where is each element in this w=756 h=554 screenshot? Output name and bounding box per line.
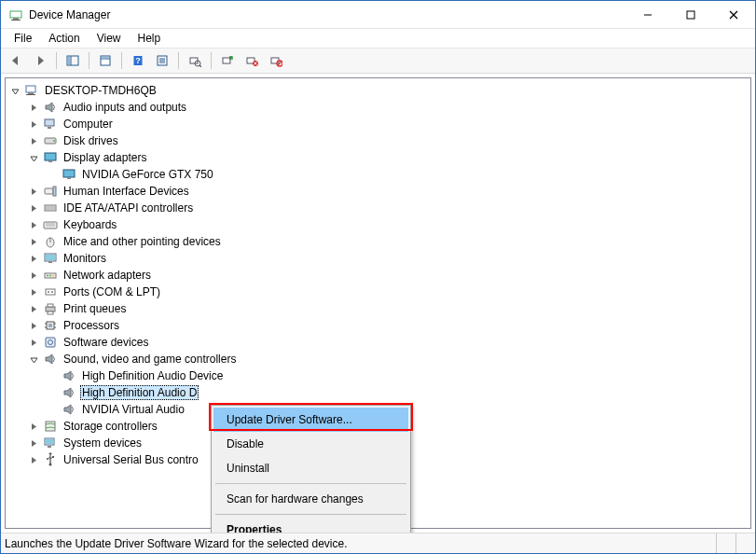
tree-device-label: NVIDIA Virtual Audio xyxy=(80,402,186,417)
speaker-icon xyxy=(43,100,58,115)
svg-rect-74 xyxy=(46,439,53,444)
tree-device[interactable]: High Definition Audio Device xyxy=(45,367,749,384)
statusbar-text: Launches the Update Driver Software Wiza… xyxy=(5,537,716,550)
chevron-right-icon[interactable] xyxy=(28,286,39,298)
chevron-right-icon[interactable] xyxy=(28,253,39,264)
chevron-right-icon[interactable] xyxy=(28,320,39,331)
tree-category[interactable]: Disk drives xyxy=(26,132,749,149)
svg-rect-30 xyxy=(26,86,35,92)
tree-device-label: NVIDIA GeForce GTX 750 xyxy=(80,167,215,182)
tree-category-label: Processors xyxy=(62,318,121,333)
menu-view[interactable]: View xyxy=(89,30,129,47)
help-button[interactable]: ? xyxy=(127,50,149,71)
context-menu-item[interactable]: Scan for hardware changes xyxy=(213,487,408,511)
computer-icon xyxy=(43,117,58,132)
svg-point-57 xyxy=(52,275,54,277)
chevron-right-icon[interactable] xyxy=(28,337,39,348)
ide-icon xyxy=(43,201,58,215)
chevron-right-icon[interactable] xyxy=(28,118,39,130)
tree-root-node[interactable]: DESKTOP-TMDH6QB xyxy=(7,82,749,99)
tree-category-label: Keyboards xyxy=(62,217,118,232)
printer-icon xyxy=(43,301,58,316)
context-menu-item[interactable]: Uninstall xyxy=(213,456,408,480)
maximize-button[interactable] xyxy=(669,1,712,28)
chevron-right-icon[interactable] xyxy=(28,202,39,214)
tree-device[interactable]: High Definition Audio D xyxy=(45,384,749,401)
speaker-icon xyxy=(43,352,58,367)
svg-point-77 xyxy=(47,458,48,460)
minimize-button[interactable] xyxy=(626,1,669,28)
tree-category-label: Mice and other pointing devices xyxy=(62,234,223,249)
svg-rect-70 xyxy=(46,338,55,347)
chevron-right-icon[interactable] xyxy=(28,454,39,465)
tree-category[interactable]: Sound, video and game controllers xyxy=(26,351,749,367)
update-driver-button[interactable] xyxy=(216,50,239,71)
back-button[interactable] xyxy=(5,50,27,71)
tree-root-label: DESKTOP-TMDH6QB xyxy=(43,83,158,98)
svg-point-56 xyxy=(49,275,51,277)
port-icon xyxy=(43,284,58,299)
chevron-right-icon[interactable] xyxy=(28,219,39,230)
computer-icon xyxy=(24,83,39,98)
tree-category[interactable]: Keyboards xyxy=(26,216,749,233)
chevron-right-icon[interactable] xyxy=(28,303,39,314)
svg-rect-58 xyxy=(46,289,55,295)
titlebar: Device Manager xyxy=(1,1,755,29)
tree-category[interactable]: Display adapters xyxy=(26,149,749,166)
close-button[interactable] xyxy=(712,1,755,28)
context-menu-item[interactable]: Update Driver Software... xyxy=(213,408,408,432)
tree-category[interactable]: Monitors xyxy=(26,250,749,267)
chevron-right-icon[interactable] xyxy=(28,421,39,432)
tree-category[interactable]: Print queues xyxy=(26,300,749,317)
svg-rect-33 xyxy=(45,119,54,126)
tree-category-label: Software devices xyxy=(62,335,150,350)
svg-rect-61 xyxy=(46,307,55,312)
show-hide-tree-button[interactable] xyxy=(62,50,84,71)
tree-category-label: Storage controllers xyxy=(62,419,159,434)
cpu-icon xyxy=(43,318,58,333)
disable-button[interactable] xyxy=(265,50,287,71)
action-button[interactable] xyxy=(151,50,173,71)
tree-category[interactable]: Ports (COM & LPT) xyxy=(26,284,749,300)
tree-category[interactable]: Processors xyxy=(26,317,749,334)
tree-category[interactable]: IDE ATA/ATAPI controllers xyxy=(26,200,749,216)
svg-point-76 xyxy=(49,464,52,466)
window-title: Device Manager xyxy=(29,8,110,21)
chevron-down-icon[interactable] xyxy=(28,152,39,163)
speaker-icon xyxy=(62,385,76,400)
svg-rect-4 xyxy=(687,11,694,19)
tree-category-label: Audio inputs and outputs xyxy=(62,100,188,115)
chevron-right-icon[interactable] xyxy=(28,270,39,281)
context-menu-separator xyxy=(215,514,406,515)
context-menu-item[interactable]: Properties xyxy=(213,518,408,533)
svg-rect-42 xyxy=(53,187,56,196)
svg-rect-1 xyxy=(13,18,19,20)
tree-category[interactable]: Computer xyxy=(26,116,749,132)
scan-hardware-button[interactable] xyxy=(184,50,206,71)
forward-button[interactable] xyxy=(29,50,51,71)
chevron-right-icon[interactable] xyxy=(28,102,39,113)
svg-rect-2 xyxy=(11,20,21,21)
properties-button[interactable] xyxy=(94,50,117,71)
tree-category-label: Monitors xyxy=(62,251,108,266)
chevron-down-icon[interactable] xyxy=(28,353,39,365)
chevron-down-icon[interactable] xyxy=(9,85,21,96)
tree-category[interactable]: Network adapters xyxy=(26,267,749,284)
tree-category[interactable]: Audio inputs and outputs xyxy=(26,99,749,116)
context-menu-item[interactable]: Disable xyxy=(213,432,408,456)
svg-line-21 xyxy=(199,65,201,67)
chevron-right-icon[interactable] xyxy=(28,236,39,247)
menu-help[interactable]: Help xyxy=(131,30,169,47)
menu-action[interactable]: Action xyxy=(41,30,87,47)
uninstall-button[interactable] xyxy=(241,50,263,71)
menu-file[interactable]: File xyxy=(7,30,39,47)
tree-category[interactable]: Software devices xyxy=(26,334,749,351)
chevron-right-icon[interactable] xyxy=(28,186,39,197)
svg-rect-32 xyxy=(26,94,35,95)
display-icon xyxy=(62,167,76,182)
tree-device[interactable]: NVIDIA GeForce GTX 750 xyxy=(45,166,749,183)
tree-category[interactable]: Mice and other pointing devices xyxy=(26,233,749,250)
tree-category[interactable]: Human Interface Devices xyxy=(26,183,749,200)
chevron-right-icon[interactable] xyxy=(28,135,39,146)
chevron-right-icon[interactable] xyxy=(28,437,39,449)
